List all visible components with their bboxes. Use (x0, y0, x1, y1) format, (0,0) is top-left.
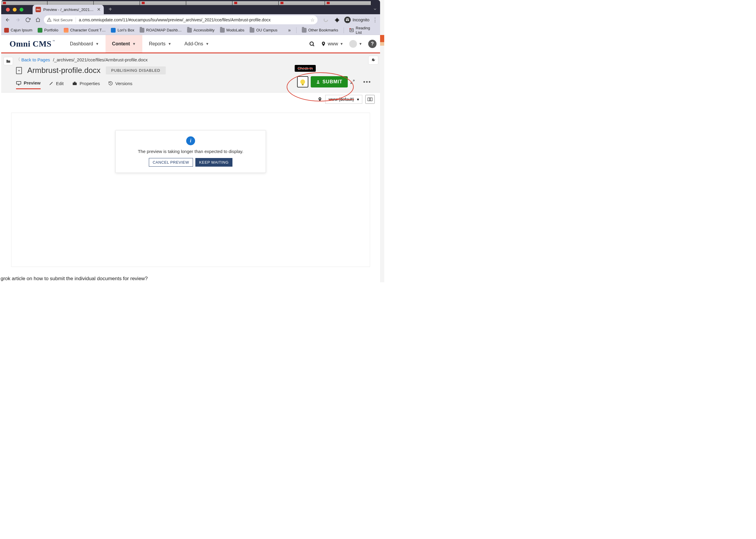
home-button[interactable] (34, 16, 42, 24)
reload-button[interactable] (24, 16, 32, 24)
compare-view-button[interactable] (365, 95, 375, 104)
reading-list[interactable]: Reading List (349, 26, 377, 35)
bookmark-icon (64, 28, 68, 33)
tab-list-caret-icon[interactable] (373, 7, 377, 11)
incognito-indicator[interactable]: Incognito (344, 17, 369, 23)
omni-logo[interactable]: Omni CMS™ (10, 39, 54, 48)
bookmark-label: Character Count T… (70, 28, 106, 32)
bookmarks-bar: Cajun Ipsum Portfolio Character Count T…… (1, 26, 380, 35)
file-type-icon: w (16, 67, 22, 74)
extensions-spinner-icon[interactable] (322, 16, 330, 24)
page-header: 〈 Back to Pages /_archives/_2021/cce/fil… (1, 53, 380, 92)
plug-button[interactable] (368, 56, 378, 65)
bookmarks-overflow-icon[interactable]: » (288, 28, 291, 33)
tab-preview[interactable]: Preview (16, 80, 40, 89)
info-icon: i (186, 136, 195, 145)
chevron-down-icon: ▼ (205, 42, 209, 46)
nav-reports[interactable]: Reports▼ (142, 35, 178, 52)
tab-properties[interactable]: Properties (72, 81, 100, 89)
bookmark-item[interactable]: ModoLabs (220, 28, 245, 33)
reading-list-label: Reading List (356, 26, 377, 35)
toolbox-icon (72, 81, 77, 86)
tab-favicon-icon: mc (36, 7, 41, 12)
folder-icon (187, 28, 192, 33)
maximize-window-icon[interactable] (20, 8, 24, 12)
cancel-preview-button[interactable]: CANCEL PREVIEW (149, 158, 193, 167)
bookmark-label: Portfolio (44, 28, 58, 32)
security-indicator[interactable]: Not Secure (47, 18, 73, 22)
more-actions-button[interactable]: ••• (363, 79, 371, 85)
bookmark-item[interactable]: OU Campus (250, 28, 277, 33)
pin-icon[interactable] (318, 97, 322, 102)
publishing-status-badge: PUBLISHING DISABLED (106, 66, 166, 74)
folder-sidebar-toggle[interactable] (4, 57, 13, 65)
chevron-down-icon: ▼ (340, 42, 343, 46)
tab-edit[interactable]: Edit (49, 81, 64, 89)
bookmark-item[interactable]: Lori's Box (111, 28, 134, 33)
check-in-tooltip: Check In (295, 65, 316, 72)
bookmark-item[interactable]: Character Count T… (64, 28, 106, 33)
check-in-button[interactable] (297, 76, 308, 88)
bookmark-label: ModoLabs (227, 28, 245, 32)
bookmark-item[interactable]: Portfolio (38, 28, 58, 33)
bookmark-star-icon[interactable]: ☆ (310, 17, 315, 23)
bookmark-item[interactable]: Accessibility (187, 28, 215, 33)
extensions-puzzle-icon[interactable] (333, 16, 341, 24)
back-button[interactable] (4, 16, 12, 24)
chevron-down-icon: ▼ (168, 42, 171, 46)
bookmark-label: ROADMAP Dashb… (146, 28, 182, 32)
chevron-down-icon: ▾ (357, 97, 359, 102)
folder-icon (220, 28, 225, 33)
svg-point-6 (348, 20, 349, 21)
svg-rect-26 (370, 98, 372, 101)
svg-line-22 (353, 80, 354, 82)
back-to-pages-link[interactable]: 〈 Back to Pages (16, 57, 50, 62)
browser-menu-button[interactable]: ⋮ (372, 17, 378, 23)
submit-button[interactable]: SUBMIT (311, 76, 348, 88)
svg-point-12 (310, 42, 313, 45)
svg-point-24 (319, 98, 321, 99)
svg-rect-15 (17, 81, 21, 84)
minimize-window-icon[interactable] (13, 8, 17, 12)
site-select-dropdown[interactable]: www (default) ▾ (325, 95, 362, 104)
other-bookmarks[interactable]: Other Bookmarks (302, 28, 338, 33)
folder-icon (250, 28, 254, 33)
nav-search-icon[interactable] (309, 41, 315, 47)
window-controls[interactable] (6, 8, 24, 12)
nav-help-button[interactable]: ? (368, 40, 377, 48)
url-text[interactable]: a.cms.omniupdate.com/11/#oucampus/lsu/ww… (79, 18, 307, 22)
close-window-icon[interactable] (6, 8, 10, 12)
app-frame: Omni CMS™ Dashboard▼ Content▼ Reports▼ A… (1, 35, 380, 274)
svg-point-5 (346, 20, 347, 21)
url-bar[interactable]: Not Secure a.cms.omniupdate.com/11/#ouca… (44, 15, 318, 24)
preview-slow-dialog: i The preview is taking longer than expe… (115, 130, 266, 173)
chevron-left-icon: 〈 (16, 57, 20, 62)
nav-site-selector[interactable]: www ▼ (321, 41, 343, 47)
svg-rect-7 (347, 20, 348, 21)
nav-content[interactable]: Content▼ (106, 35, 142, 52)
bookmark-item[interactable]: ROADMAP Dashb… (140, 28, 182, 33)
file-title: Armbrust-profile.docx (27, 66, 101, 75)
dialog-message: The preview is taking longer than expect… (121, 149, 260, 154)
tab-versions[interactable]: Versions (108, 81, 132, 89)
browser-tab[interactable]: mc Preview - /_archives/_2021/cc… ✕ (33, 5, 104, 14)
nav-dashboard[interactable]: Dashboard▼ (63, 35, 106, 52)
forward-button[interactable] (14, 16, 22, 24)
bookmark-item[interactable]: Cajun Ipsum (4, 28, 32, 33)
pencil-icon (49, 81, 54, 86)
chevron-down-icon: ▼ (132, 42, 136, 46)
fullscreen-icon[interactable] (350, 79, 355, 84)
tab-close-icon[interactable]: ✕ (97, 7, 101, 12)
nav-user-menu[interactable]: ▼ (349, 40, 362, 48)
new-tab-button[interactable]: + (107, 7, 113, 13)
keep-waiting-button[interactable]: KEEP WAITING (195, 158, 232, 167)
back-label: Back to Pages (21, 57, 50, 62)
svg-point-11 (349, 28, 351, 29)
person-icon (316, 80, 320, 84)
nav-site-label: www (328, 41, 338, 46)
incognito-icon (344, 17, 351, 23)
nav-addons[interactable]: Add-Ons▼ (178, 35, 215, 52)
bookmark-label: Cajun Ipsum (11, 28, 32, 32)
background-document-text: grok article on how to submit the indivi… (0, 276, 384, 282)
preview-toolbar: www (default) ▾ (1, 92, 380, 106)
